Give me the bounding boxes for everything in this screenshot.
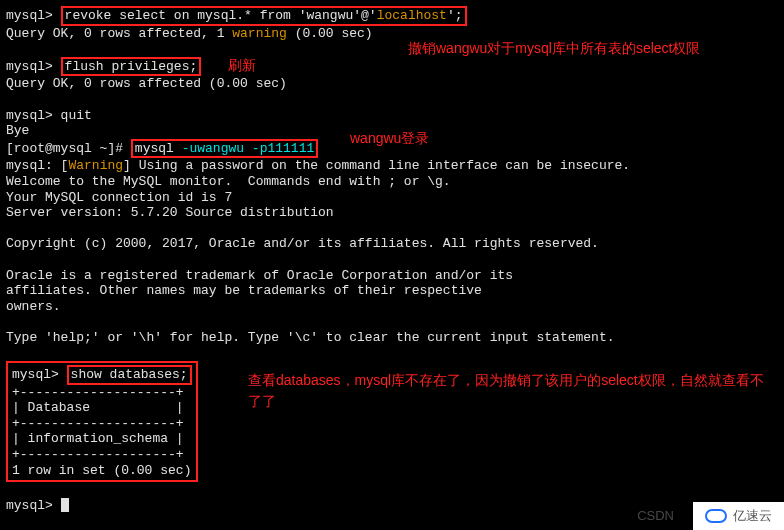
term-line-oracle3: owners.: [6, 299, 778, 315]
cloud-icon: [705, 509, 727, 523]
mysql-prompt[interactable]: mysql>: [6, 59, 61, 74]
term-line-showdb: mysql> show databases;: [12, 365, 192, 385]
term-line-ok2: Query OK, 0 rows affected (0.00 sec): [6, 76, 778, 92]
blank: [6, 345, 778, 361]
term-line-oracle1: Oracle is a registered trademark of Orac…: [6, 268, 778, 284]
term-line-copyright: Copyright (c) 2000, 2017, Oracle and/or …: [6, 236, 778, 252]
term-line-revoke: mysql> revoke select on mysql.* from 'wa…: [6, 6, 778, 26]
annotation-flush: 刷新: [228, 57, 256, 74]
table-header: | Database |: [12, 400, 192, 416]
boxed-show-databases: mysql> show databases; +----------------…: [6, 361, 198, 482]
annotation-login: wangwu登录: [350, 130, 429, 147]
term-line-welcome1: Welcome to the MySQL monitor. Commands e…: [6, 174, 778, 190]
table-footer: 1 row in set (0.00 sec): [12, 463, 192, 479]
term-line-ok1: Query OK, 0 rows affected, 1 warning (0.…: [6, 26, 778, 42]
boxed-cmd-flush: flush privileges;: [61, 57, 202, 77]
table-sep: +--------------------+: [12, 416, 192, 432]
table-sep: +--------------------+: [12, 385, 192, 401]
cursor-icon: [61, 498, 69, 512]
term-line-help: Type 'help;' or '\h' for help. Type '\c'…: [6, 330, 778, 346]
blank: [6, 314, 778, 330]
yisu-label: 亿速云: [733, 508, 772, 524]
annotation-showdb: 查看databases，mysql库不存在了，因为撤销了该用户的select权限…: [248, 370, 768, 412]
boxed-cmd-revoke: revoke select on mysql.* from 'wangwu'@'…: [61, 6, 467, 26]
term-line-flush: mysql> flush privileges;: [6, 57, 778, 77]
mysql-prompt[interactable]: mysql>: [12, 367, 67, 382]
blank: [6, 221, 778, 237]
boxed-cmd-showdb: show databases;: [67, 365, 192, 385]
term-line-warning: mysql: [Warning] Using a password on the…: [6, 158, 778, 174]
term-line-quit: mysql> quit: [6, 108, 778, 124]
mysql-prompt: mysql>: [6, 498, 61, 513]
term-line-version: Server version: 5.7.20 Source distributi…: [6, 205, 778, 221]
term-line-oracle2: affiliates. Other names may be trademark…: [6, 283, 778, 299]
table-sep: +--------------------+: [12, 447, 192, 463]
csdn-watermark: CSDN: [637, 508, 674, 524]
table-row: | information_schema |: [12, 431, 192, 447]
mysql-prompt[interactable]: mysql>: [6, 8, 61, 23]
annotation-revoke: 撤销wangwu对于mysql库中所有表的select权限: [408, 40, 701, 57]
blank: [6, 92, 778, 108]
blank: [6, 482, 778, 498]
term-line-connid: Your MySQL connection id is 7: [6, 190, 778, 206]
blank: [6, 252, 778, 268]
yisu-watermark: 亿速云: [693, 502, 784, 530]
boxed-cmd-login: mysql -uwangwu -p111111: [131, 139, 318, 159]
